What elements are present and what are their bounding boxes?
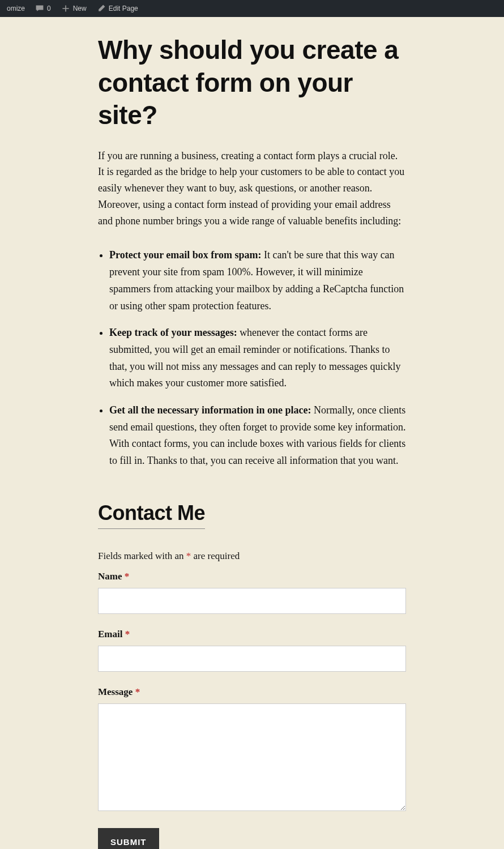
required-asterisk: * [125, 571, 130, 582]
new-label: New [73, 5, 87, 12]
page-heading: Why should you create a contact form on … [98, 34, 406, 132]
email-field-group: Email * [98, 629, 406, 672]
required-note-prefix: Fields marked with an [98, 551, 186, 561]
pencil-icon [97, 4, 106, 13]
plus-icon [61, 4, 70, 13]
comments-link[interactable]: 0 [33, 4, 53, 13]
name-field-group: Name * [98, 571, 406, 614]
list-item-bold: Keep track of your messages: [109, 327, 237, 338]
comment-count: 0 [47, 5, 51, 12]
submit-button[interactable]: SUBMIT [98, 828, 159, 849]
required-asterisk: * [125, 629, 130, 639]
edit-page-link[interactable]: Edit Page [95, 4, 140, 13]
message-field-group: Message * [98, 686, 406, 813]
intro-paragraph: If you are running a business, creating … [98, 148, 406, 229]
required-note: Fields marked with an * are required [98, 551, 406, 562]
benefits-list: Protect your email box from spam: It can… [98, 247, 406, 469]
name-label-text: Name [98, 571, 125, 582]
new-link[interactable]: New [59, 4, 89, 13]
customize-label: omize [7, 5, 25, 12]
email-input[interactable] [98, 646, 406, 672]
list-item: Keep track of your messages: whenever th… [109, 325, 406, 392]
admin-bar: omize 0 New Edit Page [0, 0, 504, 17]
name-input[interactable] [98, 588, 406, 614]
name-label: Name * [98, 571, 406, 582]
message-label: Message * [98, 686, 406, 698]
message-label-text: Message [98, 686, 135, 697]
list-item-bold: Protect your email box from spam: [109, 249, 261, 261]
email-label: Email * [98, 629, 406, 640]
page-content: Why should you create a contact form on … [93, 17, 411, 849]
customize-link[interactable]: omize [5, 5, 27, 12]
list-item: Protect your email box from spam: It can… [109, 247, 406, 314]
comment-icon [35, 4, 44, 13]
form-title: Contact Me [98, 501, 205, 529]
email-label-text: Email [98, 629, 125, 639]
required-asterisk: * [135, 686, 140, 697]
edit-page-label: Edit Page [109, 5, 138, 12]
message-input[interactable] [98, 703, 406, 811]
required-note-suffix: are required [191, 551, 240, 561]
list-item: Get all the necessary information in one… [109, 402, 406, 470]
list-item-bold: Get all the necessary information in one… [109, 404, 311, 416]
